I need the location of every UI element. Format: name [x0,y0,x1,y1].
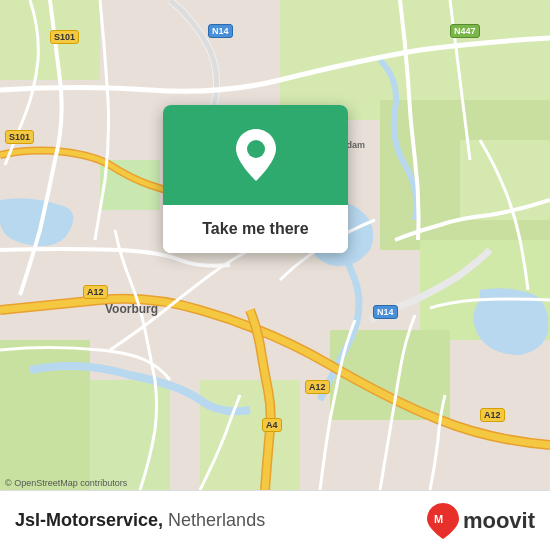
take-me-there-button[interactable]: Take me there [163,215,348,243]
bottom-bar: Jsl-Motorservice, Netherlands M moovit [0,490,550,550]
country-text: Netherlands [168,510,265,530]
road-label-n447: N447 [450,24,480,38]
moovit-pin-icon: M [427,502,459,540]
road-label-a12-right: A12 [480,408,505,422]
road-label-a4: A4 [262,418,282,432]
map-attribution: © OpenStreetMap contributors [5,478,127,488]
road-label-n14-right: N14 [373,305,398,319]
moovit-logo: M moovit [427,502,535,540]
place-label-voorburg: Voorburg [105,302,158,316]
svg-point-12 [247,140,265,158]
svg-rect-6 [90,380,170,490]
location-name: Jsl-Motorservice, Netherlands [15,510,427,531]
svg-rect-11 [460,140,550,220]
popup-card[interactable]: Take me there [163,105,348,253]
road-label-s101-left: S101 [5,130,34,144]
svg-rect-8 [200,380,300,490]
road-label-a12-left: A12 [83,285,108,299]
road-label-s101-top: S101 [50,30,79,44]
svg-text:M: M [434,513,443,525]
map-container[interactable]: S101 S101 N14 N447 A12 A12 A12 A4 N14 Vo… [0,0,550,490]
road-label-a12-mid: A12 [305,380,330,394]
popup-bottom[interactable]: Take me there [163,205,348,253]
moovit-text: moovit [463,508,535,534]
location-pin-icon [234,127,278,183]
location-name-text: Jsl-Motorservice, [15,510,163,530]
popup-top [163,105,348,205]
road-label-n14-top: N14 [208,24,233,38]
